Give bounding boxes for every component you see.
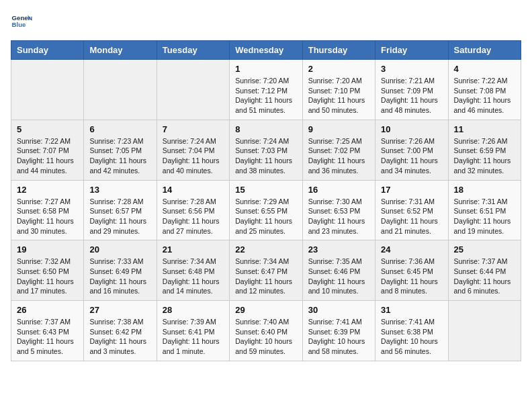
calendar-cell: 16Sunrise: 7:30 AMSunset: 6:53 PMDayligh… [302,180,375,240]
calendar-cell: 1Sunrise: 7:20 AMSunset: 7:12 PMDaylight… [230,60,302,120]
day-info: Sunrise: 7:34 AMSunset: 6:48 PMDaylight:… [163,257,224,296]
day-number: 23 [308,244,369,255]
calendar-cell: 20Sunrise: 7:33 AMSunset: 6:49 PMDayligh… [84,240,157,301]
calendar-cell: 13Sunrise: 7:28 AMSunset: 6:57 PMDayligh… [84,180,157,240]
day-number: 13 [89,185,150,195]
day-info: Sunrise: 7:37 AMSunset: 6:44 PMDaylight:… [454,257,515,296]
day-info: Sunrise: 7:28 AMSunset: 6:57 PMDaylight:… [89,197,150,236]
calendar-cell: 7Sunrise: 7:24 AMSunset: 7:04 PMDaylight… [157,120,229,180]
calendar-cell: 12Sunrise: 7:27 AMSunset: 6:58 PMDayligh… [11,180,84,240]
calendar-cell [84,60,157,120]
calendar-cell: 3Sunrise: 7:21 AMSunset: 7:09 PMDaylight… [375,60,448,120]
calendar-cell: 9Sunrise: 7:25 AMSunset: 7:02 PMDaylight… [302,120,375,180]
day-info: Sunrise: 7:39 AMSunset: 6:41 PMDaylight:… [163,317,224,357]
day-info: Sunrise: 7:41 AMSunset: 6:39 PMDaylight:… [308,317,369,357]
day-number: 18 [454,185,515,195]
calendar-week-row: 19Sunrise: 7:32 AMSunset: 6:50 PMDayligh… [11,240,521,301]
day-number: 27 [89,305,150,315]
calendar-cell: 17Sunrise: 7:31 AMSunset: 6:52 PMDayligh… [375,180,448,240]
day-of-week-header: Tuesday [157,41,229,60]
calendar-cell: 29Sunrise: 7:40 AMSunset: 6:40 PMDayligh… [230,301,302,361]
day-info: Sunrise: 7:25 AMSunset: 7:02 PMDaylight:… [308,136,369,176]
day-info: Sunrise: 7:37 AMSunset: 6:43 PMDaylight:… [17,317,78,357]
calendar-cell: 21Sunrise: 7:34 AMSunset: 6:48 PMDayligh… [157,240,229,301]
logo: General Blue [11,11,32,32]
day-number: 22 [235,244,296,255]
day-info: Sunrise: 7:20 AMSunset: 7:10 PMDaylight:… [308,76,369,116]
logo-icon: General Blue [11,11,32,32]
day-of-week-header: Monday [84,41,157,60]
day-number: 17 [381,185,442,195]
calendar-cell: 8Sunrise: 7:24 AMSunset: 7:03 PMDaylight… [230,120,302,180]
day-of-week-header: Thursday [302,41,375,60]
calendar-cell: 15Sunrise: 7:29 AMSunset: 6:55 PMDayligh… [230,180,302,240]
day-info: Sunrise: 7:31 AMSunset: 6:51 PMDaylight:… [454,197,515,236]
day-info: Sunrise: 7:27 AMSunset: 6:58 PMDaylight:… [17,197,78,236]
day-number: 15 [235,185,296,195]
calendar-cell: 14Sunrise: 7:28 AMSunset: 6:56 PMDayligh… [157,180,229,240]
calendar-week-row: 5Sunrise: 7:22 AMSunset: 7:07 PMDaylight… [11,120,521,180]
day-info: Sunrise: 7:34 AMSunset: 6:47 PMDaylight:… [235,257,296,296]
day-info: Sunrise: 7:31 AMSunset: 6:52 PMDaylight:… [381,197,442,236]
day-info: Sunrise: 7:26 AMSunset: 6:59 PMDaylight:… [454,136,515,176]
day-number: 11 [454,124,515,134]
calendar-cell: 22Sunrise: 7:34 AMSunset: 6:47 PMDayligh… [230,240,302,301]
day-number: 21 [163,244,224,255]
day-of-week-header: Saturday [448,41,521,60]
day-number: 16 [308,185,369,195]
day-number: 12 [17,185,78,195]
day-info: Sunrise: 7:22 AMSunset: 7:07 PMDaylight:… [17,136,78,176]
calendar-cell: 4Sunrise: 7:22 AMSunset: 7:08 PMDaylight… [448,60,521,120]
calendar-cell: 23Sunrise: 7:35 AMSunset: 6:46 PMDayligh… [302,240,375,301]
day-of-week-header: Wednesday [230,41,302,60]
day-info: Sunrise: 7:23 AMSunset: 7:05 PMDaylight:… [89,136,150,176]
day-number: 28 [163,305,224,315]
calendar-table: SundayMondayTuesdayWednesdayThursdayFrid… [11,40,521,361]
calendar-cell: 10Sunrise: 7:26 AMSunset: 7:00 PMDayligh… [375,120,448,180]
calendar-cell [157,60,229,120]
calendar-cell: 11Sunrise: 7:26 AMSunset: 6:59 PMDayligh… [448,120,521,180]
day-number: 30 [308,305,369,315]
calendar-cell: 27Sunrise: 7:38 AMSunset: 6:42 PMDayligh… [84,301,157,361]
day-info: Sunrise: 7:30 AMSunset: 6:53 PMDaylight:… [308,197,369,236]
day-number: 26 [17,305,78,315]
day-number: 29 [235,305,296,315]
day-number: 7 [163,124,224,134]
day-info: Sunrise: 7:36 AMSunset: 6:45 PMDaylight:… [381,257,442,296]
calendar-cell [448,301,521,361]
day-number: 14 [163,185,224,195]
svg-text:Blue: Blue [12,21,26,28]
day-info: Sunrise: 7:26 AMSunset: 7:00 PMDaylight:… [381,136,442,176]
day-number: 6 [89,124,150,134]
calendar-cell: 25Sunrise: 7:37 AMSunset: 6:44 PMDayligh… [448,240,521,301]
day-of-week-header: Sunday [11,41,84,60]
day-number: 5 [17,124,78,134]
calendar-cell: 5Sunrise: 7:22 AMSunset: 7:07 PMDaylight… [11,120,84,180]
day-number: 31 [381,305,442,315]
day-number: 19 [17,244,78,255]
day-info: Sunrise: 7:21 AMSunset: 7:09 PMDaylight:… [381,76,442,116]
calendar-cell: 2Sunrise: 7:20 AMSunset: 7:10 PMDaylight… [302,60,375,120]
calendar-cell: 19Sunrise: 7:32 AMSunset: 6:50 PMDayligh… [11,240,84,301]
calendar-cell: 28Sunrise: 7:39 AMSunset: 6:41 PMDayligh… [157,301,229,361]
day-info: Sunrise: 7:24 AMSunset: 7:03 PMDaylight:… [235,136,296,176]
day-info: Sunrise: 7:29 AMSunset: 6:55 PMDaylight:… [235,197,296,236]
day-info: Sunrise: 7:35 AMSunset: 6:46 PMDaylight:… [308,257,369,296]
calendar-cell: 31Sunrise: 7:41 AMSunset: 6:38 PMDayligh… [375,301,448,361]
day-of-week-header: Friday [375,41,448,60]
calendar-cell [11,60,84,120]
page-header: General Blue [11,11,521,32]
day-info: Sunrise: 7:28 AMSunset: 6:56 PMDaylight:… [163,197,224,236]
day-info: Sunrise: 7:32 AMSunset: 6:50 PMDaylight:… [17,257,78,296]
calendar-cell: 30Sunrise: 7:41 AMSunset: 6:39 PMDayligh… [302,301,375,361]
calendar-cell: 26Sunrise: 7:37 AMSunset: 6:43 PMDayligh… [11,301,84,361]
calendar-header-row: SundayMondayTuesdayWednesdayThursdayFrid… [11,41,521,60]
calendar-cell: 18Sunrise: 7:31 AMSunset: 6:51 PMDayligh… [448,180,521,240]
day-info: Sunrise: 7:24 AMSunset: 7:04 PMDaylight:… [163,136,224,176]
day-info: Sunrise: 7:40 AMSunset: 6:40 PMDaylight:… [235,317,296,357]
day-number: 8 [235,124,296,134]
calendar-cell: 24Sunrise: 7:36 AMSunset: 6:45 PMDayligh… [375,240,448,301]
day-number: 24 [381,244,442,255]
calendar-cell: 6Sunrise: 7:23 AMSunset: 7:05 PMDaylight… [84,120,157,180]
day-number: 4 [454,64,515,74]
